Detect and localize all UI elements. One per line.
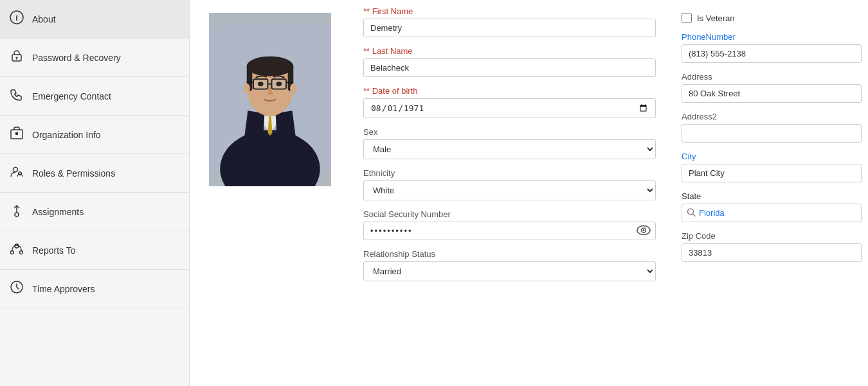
address-input[interactable] xyxy=(682,84,862,103)
sidebar-item-organization-info[interactable]: Organization Info xyxy=(0,116,189,154)
svg-point-34 xyxy=(290,83,296,94)
sidebar-item-about[interactable]: i About xyxy=(0,0,189,39)
roles-icon xyxy=(9,164,24,182)
is-veteran-group: Is Veteran xyxy=(682,6,855,23)
sidebar-item-assignments[interactable]: Assignments xyxy=(0,193,189,231)
dob-group: ** Date of birth xyxy=(363,86,656,118)
ssn-input[interactable] xyxy=(363,222,656,240)
zip-label: Zip Code xyxy=(682,231,855,241)
svg-point-13 xyxy=(20,251,23,254)
is-veteran-checkbox[interactable] xyxy=(682,13,692,23)
sidebar-label-reports: Reports To xyxy=(32,245,75,256)
sidebar-label-org: Organization Info xyxy=(32,130,101,140)
sidebar-label-roles: Roles & Permissions xyxy=(32,168,115,179)
svg-point-37 xyxy=(643,229,645,231)
address-label: Address xyxy=(682,72,855,82)
dob-input[interactable] xyxy=(363,98,656,118)
profile-photo xyxy=(209,13,331,186)
reports-icon xyxy=(9,241,24,259)
assignments-icon xyxy=(9,203,24,220)
state-input[interactable] xyxy=(682,204,862,222)
sidebar-label-assignments: Assignments xyxy=(32,207,84,217)
svg-rect-6 xyxy=(15,132,18,135)
svg-point-12 xyxy=(11,251,14,254)
ethnicity-group: Ethnicity White Black or African America… xyxy=(363,168,656,200)
first-name-input[interactable] xyxy=(363,19,656,37)
sidebar-item-reports-to[interactable]: Reports To xyxy=(0,231,189,270)
main-form: ** First Name ** Last Name ** Date of bi… xyxy=(344,0,675,386)
city-label: City xyxy=(682,152,855,161)
relationship-select[interactable]: Married Single Divorced Widowed xyxy=(363,261,656,281)
sidebar-item-password-recovery[interactable]: Password & Recovery xyxy=(0,39,189,77)
last-name-label: ** Last Name xyxy=(363,46,656,56)
last-name-group: ** Last Name xyxy=(363,46,656,77)
sex-group: Sex Male Female Other xyxy=(363,127,656,159)
time-icon xyxy=(9,280,24,297)
svg-point-32 xyxy=(276,82,282,86)
first-name-label: ** First Name xyxy=(363,6,656,16)
ssn-group: Social Security Number xyxy=(363,209,656,240)
sidebar-label-about: About xyxy=(32,14,56,24)
sidebar-label-password: Password & Recovery xyxy=(32,53,121,63)
search-icon xyxy=(687,207,696,218)
phone-group: PhoneNumber xyxy=(682,32,855,63)
zip-input[interactable] xyxy=(682,243,862,262)
svg-point-11 xyxy=(15,244,19,248)
address-group: Address xyxy=(682,72,855,103)
sidebar-item-emergency-contact[interactable]: Emergency Contact xyxy=(0,77,189,116)
svg-text:i: i xyxy=(15,13,18,22)
phone-label: PhoneNumber xyxy=(682,32,855,42)
state-group: State xyxy=(682,191,855,222)
right-panel: Is Veteran PhoneNumber Address Address2 … xyxy=(675,0,868,386)
org-icon xyxy=(9,126,24,143)
sidebar-label-emergency: Emergency Contact xyxy=(32,91,111,101)
address2-group: Address2 xyxy=(682,112,855,143)
ethnicity-select[interactable]: White Black or African American Hispanic… xyxy=(363,180,656,200)
state-input-wrapper xyxy=(682,204,862,222)
svg-line-39 xyxy=(693,214,696,216)
eye-icon[interactable] xyxy=(637,225,651,237)
dob-label: ** Date of birth xyxy=(363,86,656,96)
sex-select[interactable]: Male Female Other xyxy=(363,139,656,159)
sex-label: Sex xyxy=(363,127,656,137)
ssn-label: Social Security Number xyxy=(363,209,656,219)
about-icon: i xyxy=(9,10,24,28)
svg-point-31 xyxy=(258,82,264,86)
sidebar-item-time-approvers[interactable]: Time Approvers xyxy=(0,270,189,308)
relationship-label: Relationship Status xyxy=(363,249,656,259)
address2-label: Address2 xyxy=(682,112,855,121)
svg-point-3 xyxy=(16,57,18,59)
city-group: City xyxy=(682,152,855,182)
last-name-input[interactable] xyxy=(363,58,656,77)
sidebar-label-time: Time Approvers xyxy=(32,284,95,294)
svg-point-9 xyxy=(15,213,19,216)
ssn-wrapper xyxy=(363,222,656,240)
ethnicity-label: Ethnicity xyxy=(363,168,656,178)
relationship-group: Relationship Status Married Single Divor… xyxy=(363,249,656,281)
svg-point-7 xyxy=(14,168,18,172)
first-name-group: ** First Name xyxy=(363,6,656,37)
phone-input[interactable] xyxy=(682,44,862,63)
photo-area xyxy=(190,0,344,386)
zip-group: Zip Code xyxy=(682,231,855,262)
sidebar-item-roles-permissions[interactable]: Roles & Permissions xyxy=(0,154,189,193)
city-input[interactable] xyxy=(682,164,862,182)
emergency-icon xyxy=(9,87,24,105)
state-label: State xyxy=(682,191,855,201)
address2-input[interactable] xyxy=(682,124,862,143)
is-veteran-label: Is Veteran xyxy=(697,13,735,23)
sidebar: i About Password & Recovery xyxy=(0,0,190,386)
password-icon xyxy=(9,49,24,66)
svg-point-33 xyxy=(244,83,250,94)
